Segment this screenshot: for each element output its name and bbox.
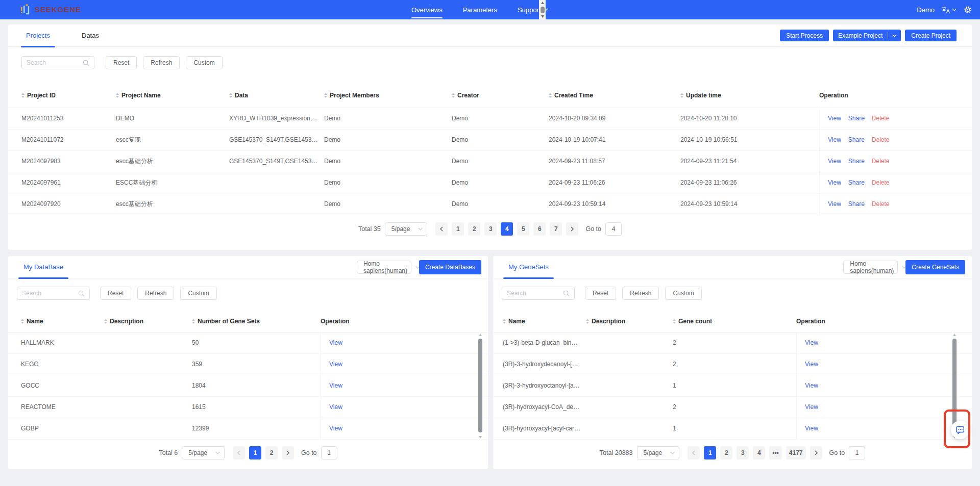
tab-projects[interactable]: Projects <box>26 24 50 47</box>
create-databases-button[interactable]: Create DataBases <box>419 260 481 274</box>
view-link[interactable]: View <box>329 403 342 411</box>
column-header-description[interactable]: Description <box>104 310 192 332</box>
reset-button[interactable]: Reset <box>100 287 131 300</box>
view-link[interactable]: View <box>329 425 342 432</box>
sort-icon[interactable] <box>116 93 119 98</box>
share-link[interactable]: Share <box>848 115 865 122</box>
scroll-up-arrow-icon[interactable] <box>541 2 544 4</box>
page-size-select[interactable]: 5/page <box>182 446 225 459</box>
view-link[interactable]: View <box>828 158 841 165</box>
delete-link[interactable]: Delete <box>872 115 890 122</box>
search-icon[interactable] <box>563 290 570 297</box>
refresh-button[interactable]: Refresh <box>137 287 174 300</box>
page-button-4[interactable]: 4 <box>753 446 765 459</box>
view-link[interactable]: View <box>805 382 818 389</box>
page-button-2[interactable]: 2 <box>720 446 732 459</box>
sort-icon[interactable] <box>324 93 327 98</box>
column-header-count[interactable]: Gene count <box>673 310 796 332</box>
goto-page-input[interactable] <box>321 446 337 459</box>
tab-my-genesets[interactable]: My GeneSets <box>508 256 549 278</box>
search-input[interactable] <box>22 290 75 297</box>
goto-page-input[interactable] <box>605 222 622 236</box>
reset-button[interactable]: Reset <box>585 287 616 300</box>
share-link[interactable]: Share <box>848 179 865 186</box>
view-link[interactable]: View <box>828 200 841 208</box>
sort-icon[interactable] <box>503 319 506 324</box>
next-page-button[interactable] <box>810 446 822 459</box>
next-page-button[interactable] <box>282 446 294 459</box>
page-button-1-active[interactable]: 1 <box>704 446 716 459</box>
username[interactable]: Demo <box>917 6 935 14</box>
settings-button[interactable] <box>964 6 972 14</box>
species-select[interactable]: Homo sapiens(human) <box>843 261 898 274</box>
sort-icon[interactable] <box>673 319 676 324</box>
column-header-creator[interactable]: Creator <box>452 83 549 108</box>
page-button-5[interactable]: 5 <box>517 222 529 236</box>
search-input[interactable] <box>507 290 560 297</box>
column-header-project-members[interactable]: Project Members <box>324 83 452 108</box>
create-project-button[interactable]: Create Project <box>905 30 957 41</box>
view-link[interactable]: View <box>805 403 818 411</box>
custom-button[interactable]: Custom <box>186 56 222 69</box>
scroll-up-arrow-icon[interactable] <box>953 334 956 336</box>
tab-datas[interactable]: Datas <box>82 24 99 47</box>
language-switcher[interactable] <box>942 6 957 14</box>
custom-button[interactable]: Custom <box>180 287 216 300</box>
delete-link[interactable]: Delete <box>872 179 890 186</box>
page-button-last[interactable]: 4177 <box>786 446 806 459</box>
column-header-name[interactable]: Name <box>21 310 104 332</box>
view-link[interactable]: View <box>805 425 818 432</box>
scroll-down-arrow-icon[interactable] <box>479 436 482 439</box>
scroll-down-arrow-icon[interactable] <box>541 15 544 18</box>
example-project-button[interactable]: Example Project <box>833 30 901 41</box>
column-header-project-id[interactable]: Project ID <box>21 83 116 108</box>
sort-icon[interactable] <box>192 319 195 324</box>
projects-search-box[interactable] <box>21 56 94 69</box>
example-project-dropdown[interactable] <box>888 34 901 37</box>
column-header-count[interactable]: Number of Gene Sets <box>192 310 321 332</box>
share-link[interactable]: Share <box>848 158 865 165</box>
nav-item-overviews[interactable]: Overviews <box>411 0 443 19</box>
reset-button[interactable]: Reset <box>106 56 137 69</box>
view-link[interactable]: View <box>805 361 818 368</box>
page-size-select[interactable]: 5/page <box>385 222 428 236</box>
page-button-4-active[interactable]: 4 <box>501 222 513 236</box>
sort-icon[interactable] <box>586 319 589 324</box>
page-button-2[interactable]: 2 <box>265 446 278 459</box>
view-link[interactable]: View <box>329 382 342 389</box>
column-header-created-time[interactable]: Created Time <box>549 83 680 108</box>
refresh-button[interactable]: Refresh <box>143 56 180 69</box>
goto-page-input[interactable] <box>849 446 865 459</box>
column-header-name[interactable]: Name <box>503 310 586 332</box>
search-icon[interactable] <box>83 60 89 66</box>
nav-mini-scrollbar[interactable] <box>539 0 546 19</box>
prev-page-button[interactable] <box>435 222 448 236</box>
nav-item-parameters[interactable]: Parameters <box>463 0 497 19</box>
sort-icon[interactable] <box>104 319 107 324</box>
refresh-button[interactable]: Refresh <box>622 287 659 300</box>
view-link[interactable]: View <box>828 115 841 122</box>
start-process-button[interactable]: Start Process <box>780 30 829 41</box>
column-header-update-time[interactable]: Update time <box>680 83 819 108</box>
sort-icon[interactable] <box>229 93 232 98</box>
genesets-search-box[interactable] <box>502 287 575 300</box>
delete-link[interactable]: Delete <box>872 136 890 143</box>
sort-icon[interactable] <box>680 93 683 98</box>
custom-button[interactable]: Custom <box>665 287 701 300</box>
view-link[interactable]: View <box>828 179 841 186</box>
view-link[interactable]: View <box>805 339 818 346</box>
scrollbar-thumb[interactable] <box>478 339 482 432</box>
sort-icon[interactable] <box>549 93 552 98</box>
page-button-7[interactable]: 7 <box>550 222 562 236</box>
scrollbar-thumb[interactable] <box>541 7 545 13</box>
page-button-1-active[interactable]: 1 <box>249 446 261 459</box>
page-button-3[interactable]: 3 <box>737 446 749 459</box>
view-link[interactable]: View <box>828 136 841 143</box>
view-link[interactable]: View <box>329 361 342 368</box>
sort-icon[interactable] <box>21 93 24 98</box>
table-scrollbar[interactable] <box>477 332 483 440</box>
search-input[interactable] <box>27 59 80 66</box>
delete-link[interactable]: Delete <box>872 158 890 165</box>
next-page-button[interactable] <box>566 222 578 236</box>
column-header-project-name[interactable]: Project Name <box>116 83 229 108</box>
